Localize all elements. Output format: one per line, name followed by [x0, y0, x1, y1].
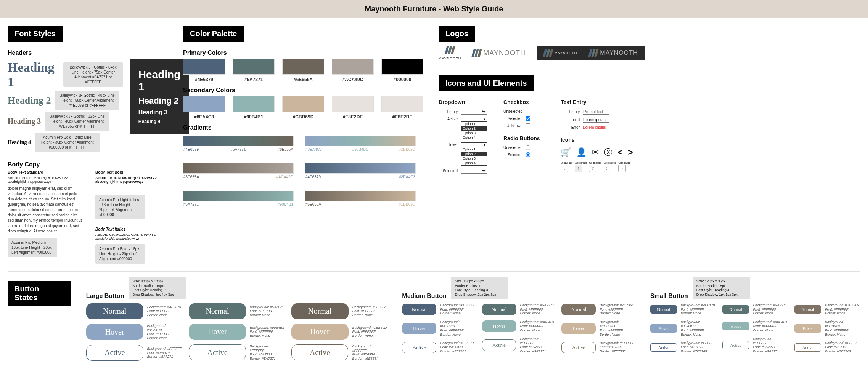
- button-large-active[interactable]: Active: [189, 344, 246, 360]
- section-button-states: Button States: [8, 281, 71, 306]
- chevron-left-icon[interactable]: <: [618, 147, 623, 157]
- button-large-hover[interactable]: Hover: [189, 324, 246, 340]
- button-large-normal[interactable]: Normal: [291, 303, 349, 319]
- body-bold-title: Body Text Bold: [95, 170, 172, 174]
- pager-3[interactable]: 3: [604, 165, 611, 172]
- color-swatch: #8EA4C3: [183, 96, 225, 120]
- dropdown-active[interactable]: ▾ Option 1 Option 2 Option 3 Option 4: [461, 117, 487, 140]
- checkbox-unselected[interactable]: [526, 109, 530, 114]
- heading-2-sample: Heading 2: [8, 95, 51, 106]
- section-icons-ui: Icons and UI Elements: [439, 75, 534, 91]
- close-icon[interactable]: ⓧ: [604, 147, 612, 158]
- pager-‹: ‹: [561, 165, 568, 172]
- chevron-right-icon[interactable]: >: [628, 147, 633, 157]
- icons-title: Icons: [561, 137, 622, 143]
- gradient-bar: #6E655A#CBB69D: [305, 190, 416, 201]
- button-medium-normal[interactable]: Normal: [402, 304, 436, 315]
- body-standard-title: Body Text Standard: [8, 170, 84, 174]
- button-large-hover[interactable]: Hover: [86, 324, 143, 340]
- color-swatch: #5A7271: [233, 59, 275, 82]
- button-small-hover[interactable]: Hover: [650, 324, 677, 333]
- checkbox-selected[interactable]: [526, 116, 530, 121]
- logo-dark-panel: MAYNOOTH MAYNOOTH: [537, 46, 645, 60]
- heading-3-sample: Heading 3: [8, 117, 41, 126]
- textentry-title: Text Entry: [561, 99, 622, 105]
- button-large-normal[interactable]: Normal: [86, 303, 143, 319]
- pager-›[interactable]: ›: [618, 165, 626, 172]
- pager-1[interactable]: 1: [575, 165, 582, 172]
- color-swatch: #000000: [381, 59, 423, 82]
- button-medium-normal[interactable]: Normal: [561, 304, 596, 315]
- button-small-hover[interactable]: Hover: [794, 324, 821, 333]
- section-color-palette: Color Palette: [183, 26, 244, 42]
- radio-selected[interactable]: [526, 152, 530, 157]
- mail-icon[interactable]: ✉: [592, 147, 599, 157]
- gradient-bar: #8EA4C3#90B4B1#CBB69D: [305, 136, 416, 146]
- button-medium-active[interactable]: Active: [561, 342, 596, 353]
- dropdown-empty[interactable]: [461, 109, 487, 115]
- body-bold-annot: Acumin Pro Light Italics - 16px Line Hei…: [95, 195, 145, 219]
- headers-label: Headers: [8, 50, 172, 56]
- color-swatch: #CBB69D: [282, 96, 324, 120]
- gradients-label: Gradients: [183, 124, 427, 131]
- body-lorem: dolore magna aliquyam erat, sed diam vol…: [8, 186, 84, 234]
- gradient-bar: #6E655A#ACA49C: [183, 163, 294, 174]
- button-size-title: Large Button: [86, 293, 124, 299]
- text-filled[interactable]: [583, 117, 609, 123]
- button-medium-hover[interactable]: Hover: [482, 320, 516, 332]
- text-empty[interactable]: [583, 109, 609, 115]
- button-small-normal[interactable]: Normal: [722, 305, 749, 314]
- gradient-bar: #4E6379#8EA4C3: [305, 163, 416, 174]
- button-medium-active[interactable]: Active: [402, 342, 436, 353]
- color-swatch: #6E655A: [282, 59, 324, 82]
- user-icon[interactable]: 👤: [576, 147, 587, 157]
- color-swatch: #E8E2DE: [332, 96, 374, 120]
- heading-1-sample: Heading 1: [8, 60, 59, 89]
- heading-4-sample: Heading 4: [8, 139, 31, 146]
- dropdown-hover[interactable]: ▾ Option 1 Option 2 Option 3 Option 4: [461, 142, 487, 166]
- text-error[interactable]: [583, 125, 609, 130]
- color-swatch: #ACA49C: [332, 59, 374, 82]
- radio-unselected[interactable]: [526, 145, 530, 150]
- button-small-normal[interactable]: Normal: [650, 305, 677, 314]
- checkbox-unknown[interactable]: [526, 123, 530, 128]
- gradient-bar: #4E6379#5A7271#6E655A: [183, 136, 294, 146]
- button-size-title: Medium Button: [402, 293, 446, 299]
- dropdown-selected[interactable]: [461, 168, 487, 174]
- primary-colors-label: Primary Colors: [183, 50, 427, 56]
- logo-horizontal: MAYNOOTH: [473, 49, 526, 57]
- button-small-normal[interactable]: Normal: [794, 305, 821, 314]
- section-font-styles: Font Styles: [8, 26, 63, 42]
- radio-title: Radio Buttons: [503, 135, 549, 141]
- color-swatch: #90B4B1: [233, 96, 275, 120]
- heading-2-annot: Baileywick JF Gothic - 48px Line Height …: [55, 91, 119, 110]
- button-medium-active[interactable]: Active: [482, 339, 516, 351]
- button-medium-normal[interactable]: Normal: [482, 304, 516, 315]
- pager-2[interactable]: 2: [589, 165, 596, 172]
- dropdown-title: Dropdown: [439, 99, 492, 105]
- body-bold-sample: ABCDEFGHIJKLMNOPQRSTUVWXYZ abcdefghijklm…: [95, 176, 172, 184]
- body-italic-title: Body Text Italics: [95, 227, 172, 231]
- button-medium-hover[interactable]: Hover: [561, 323, 596, 334]
- button-small-active[interactable]: Active: [650, 343, 677, 352]
- button-medium-hover[interactable]: Hover: [402, 323, 436, 334]
- heading-dark-panel: Heading 1 Heading 2 Heading 3 Heading 4: [130, 59, 189, 134]
- gradient-bar: #5A7271#90B4B1: [183, 190, 294, 201]
- heading-1-annot: Baileywick JF Gothic - 64px Line Height …: [63, 62, 123, 87]
- button-small-active[interactable]: Active: [794, 343, 821, 352]
- button-small-active[interactable]: Active: [722, 341, 749, 349]
- heading-4-annot: Acumin Pro Bold - 24px Line Height - 30p…: [35, 133, 100, 152]
- button-large-normal[interactable]: Normal: [189, 303, 246, 319]
- button-large-active[interactable]: Active: [86, 345, 143, 361]
- button-large-hover[interactable]: Hover: [291, 324, 349, 340]
- checkbox-title: Checkbox: [503, 99, 549, 105]
- heading-3-annot: Baileywick JF Gothic - 32px Line Height …: [45, 112, 109, 131]
- section-logos: Logos: [439, 26, 475, 42]
- button-large-active[interactable]: Active: [291, 344, 349, 360]
- body-italic-annot: Acumin Pro Bold - 16px Line Height - 20p…: [95, 244, 145, 264]
- body-standard-annot: Acumin Pro Medium - 16px Line Height - 2…: [8, 238, 57, 257]
- body-italic-sample: ABCDEFGHIJKLMNOPQRSTUVWXYZ abcdefghijklm…: [95, 233, 172, 240]
- cart-icon[interactable]: 🛒: [561, 147, 571, 157]
- page-title: Maynooth Furniture - Web Style Guide: [0, 0, 868, 18]
- button-small-hover[interactable]: Hover: [722, 322, 749, 330]
